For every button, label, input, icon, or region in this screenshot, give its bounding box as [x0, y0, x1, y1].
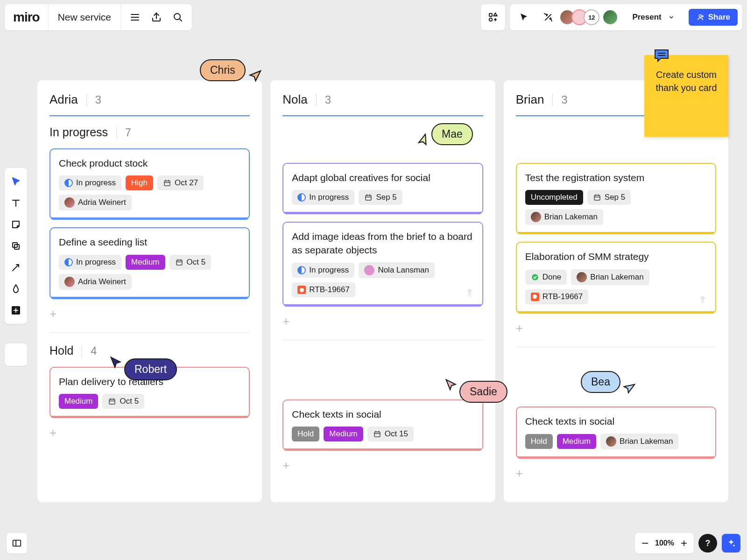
search-button[interactable]	[169, 8, 187, 27]
owner-chip: Brian Lakeman	[525, 209, 603, 225]
panel-toggle-button[interactable]	[7, 533, 27, 553]
user-cursor-sadie: Sadie	[444, 377, 507, 406]
card[interactable]: Elaboration of SMM strategy Done Brian L…	[516, 242, 716, 313]
line-tool[interactable]	[7, 257, 25, 278]
sticky-tool[interactable]	[7, 214, 25, 235]
card[interactable]: Check texts in social Hold Medium Oct 15	[282, 399, 483, 451]
apps-button[interactable]	[481, 4, 505, 30]
card[interactable]: Test the registration system Uncompleted…	[516, 163, 716, 234]
svg-rect-37	[374, 432, 380, 437]
column-title: Brian	[516, 92, 544, 107]
jira-sync-icon	[464, 287, 476, 301]
app-logo[interactable]: miro	[5, 4, 49, 30]
owner-chip: Brian Lakeman	[600, 434, 678, 449]
calendar-icon	[175, 258, 183, 266]
zoom-in-button[interactable]: +	[681, 537, 687, 550]
collaborator-avatars[interactable]: 12	[563, 9, 618, 25]
add-card-button[interactable]: +	[516, 466, 716, 481]
select-tool[interactable]	[7, 171, 25, 192]
jira-chip: RTB-19667	[292, 282, 355, 297]
date-chip: Sep 5	[587, 190, 631, 205]
reactions-button[interactable]	[539, 8, 557, 27]
calendar-icon	[373, 430, 381, 438]
column-header: Adria 3	[49, 92, 250, 116]
present-button[interactable]: Present	[624, 13, 683, 22]
status-chip: In progress	[59, 175, 121, 190]
text-tool[interactable]	[7, 192, 25, 214]
date-chip: Oct 5	[169, 255, 211, 270]
status-chip: In progress	[59, 255, 121, 270]
column-brian[interactable]: Brian 3 Test the registration system Unc…	[504, 80, 728, 502]
priority-chip: High	[126, 175, 153, 190]
zoom-out-button[interactable]: −	[641, 536, 648, 551]
section-count: 4	[82, 345, 97, 357]
user-cursor-robert: Robert	[108, 355, 177, 384]
pen-tool[interactable]	[7, 278, 25, 300]
add-card-button[interactable]: +	[516, 321, 716, 336]
svg-rect-29	[109, 399, 115, 405]
column-title: Nola	[282, 92, 307, 107]
card[interactable]: Check texts in social Hold Medium Brian …	[516, 406, 716, 459]
priority-chip: Medium	[324, 427, 363, 441]
svg-line-4	[179, 19, 182, 21]
status-chip: Hold	[292, 427, 319, 441]
jira-icon	[531, 293, 539, 301]
bottom-right-controls: − 100% + ?	[635, 533, 740, 553]
section-header: Hold 4	[49, 332, 250, 357]
column-count: 3	[86, 93, 101, 106]
shape-tool[interactable]	[7, 235, 25, 257]
add-card-button[interactable]: +	[49, 426, 250, 440]
priority-chip: Medium	[126, 255, 165, 270]
svg-point-10	[699, 14, 701, 17]
share-button[interactable]: Share	[689, 9, 738, 26]
section-title: Hold	[49, 344, 73, 357]
topbar-left-group: miro New service	[5, 4, 192, 30]
kanban-board[interactable]: Adria 3 In progress 7 Check product stoc…	[37, 80, 728, 502]
user-cursor-bea: Bea	[581, 367, 636, 397]
card-title: Elaboration of SMM strategy	[525, 250, 707, 263]
export-button[interactable]	[147, 8, 166, 27]
cursor-mode-button[interactable]	[514, 8, 533, 27]
card[interactable]: Add image ideas from the brief to a boar…	[282, 222, 483, 307]
card[interactable]: Check product stock In progress High Oct…	[49, 148, 250, 220]
left-toolbar	[5, 168, 27, 324]
svg-rect-33	[366, 196, 371, 201]
svg-point-48	[733, 545, 734, 546]
comment-icon[interactable]	[654, 49, 669, 66]
column-header: Nola 3	[282, 92, 483, 116]
zoom-controls: − 100% +	[635, 533, 694, 553]
main-menu-button[interactable]	[126, 8, 144, 27]
date-chip: Oct 5	[102, 394, 144, 409]
card[interactable]: Adapt global creatives for social In pro…	[282, 163, 483, 214]
owner-chip: Nola Lansman	[359, 262, 435, 278]
svg-rect-41	[594, 196, 600, 201]
status-chip: Hold	[525, 434, 553, 449]
section-title: In progress	[49, 126, 108, 139]
date-chip: Sep 5	[359, 190, 402, 205]
card-title: Define a seeding list	[59, 236, 240, 249]
column-adria[interactable]: Adria 3 In progress 7 Check product stoc…	[37, 80, 262, 502]
column-count: 3	[552, 93, 567, 106]
svg-marker-6	[494, 13, 497, 16]
board-title[interactable]: New service	[49, 12, 120, 23]
sticky-note[interactable]: Create custom thank you card	[644, 55, 728, 137]
card-title: Check texts in social	[525, 415, 707, 428]
card[interactable]: Define a seeding list In progress Medium…	[49, 227, 250, 299]
status-chip: Done	[525, 270, 567, 285]
more-apps-tool[interactable]	[7, 300, 25, 321]
calendar-icon	[163, 179, 171, 187]
zoom-percent[interactable]: 100%	[655, 539, 674, 547]
date-chip: Oct 15	[367, 427, 414, 441]
column-title: Adria	[49, 92, 78, 107]
jira-sync-icon	[697, 294, 709, 308]
add-card-button[interactable]: +	[282, 458, 483, 473]
add-card-button[interactable]: +	[282, 314, 483, 329]
help-button[interactable]: ?	[698, 534, 717, 553]
status-chip: In progress	[292, 190, 354, 205]
add-card-button[interactable]: +	[49, 307, 250, 321]
card-title: Test the registration system	[525, 171, 707, 184]
svg-rect-5	[489, 14, 492, 16]
svg-rect-49	[13, 540, 21, 546]
svg-rect-21	[164, 181, 170, 186]
ai-assist-button[interactable]	[722, 534, 740, 553]
